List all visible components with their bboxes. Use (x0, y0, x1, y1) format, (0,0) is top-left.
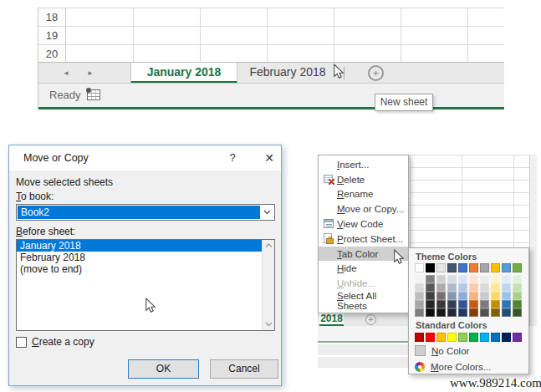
color-swatch[interactable] (458, 300, 467, 308)
color-swatch[interactable] (502, 263, 511, 272)
color-swatch[interactable] (513, 333, 522, 342)
color-swatch[interactable] (458, 263, 467, 272)
color-swatch[interactable] (469, 308, 478, 317)
color-swatch[interactable] (458, 292, 467, 300)
color-swatch[interactable] (426, 292, 435, 300)
color-swatch[interactable] (447, 275, 457, 283)
worksheet-grid[interactable] (67, 8, 504, 62)
color-swatch[interactable] (458, 283, 467, 292)
color-swatch[interactable] (436, 333, 446, 342)
color-swatch[interactable] (469, 263, 478, 272)
menu-item-protect-sheet[interactable]: Protect Sheet... (319, 232, 408, 247)
color-swatch[interactable] (491, 275, 500, 283)
color-swatch[interactable] (513, 308, 522, 317)
color-swatch[interactable] (469, 283, 478, 292)
color-swatch[interactable] (436, 308, 446, 317)
color-swatch[interactable] (415, 275, 424, 283)
color-swatch[interactable] (458, 275, 467, 283)
menu-item-select-all-sheets[interactable]: Select All Sheets (319, 291, 408, 311)
color-swatch[interactable] (491, 263, 500, 272)
color-swatch[interactable] (415, 292, 424, 300)
color-swatch[interactable] (436, 292, 446, 300)
list-item[interactable]: (move to end) (17, 263, 262, 275)
next-sheet-arrow-icon[interactable]: ► (84, 63, 96, 84)
color-swatch[interactable] (447, 292, 457, 300)
color-swatch[interactable] (469, 300, 478, 308)
to-book-combobox[interactable]: Book2 (16, 204, 275, 221)
color-swatch[interactable] (447, 283, 457, 292)
macro-record-icon[interactable] (87, 89, 100, 100)
color-swatch[interactable] (415, 263, 424, 272)
color-swatch[interactable] (491, 308, 500, 317)
color-swatch[interactable] (426, 333, 435, 342)
sheet-tab-january-2018[interactable]: January 2018 (130, 63, 237, 84)
color-swatch[interactable] (513, 283, 522, 292)
color-swatch[interactable] (491, 333, 500, 342)
color-swatch[interactable] (502, 283, 511, 292)
color-swatch[interactable] (415, 300, 424, 308)
color-swatch[interactable] (513, 263, 522, 272)
list-item[interactable]: February 2018 (17, 252, 262, 263)
menu-item-move-or-copy[interactable]: Move or Copy... (319, 201, 408, 216)
cancel-button[interactable]: Cancel (210, 359, 278, 379)
create-copy-checkbox[interactable] (16, 337, 27, 348)
color-swatch[interactable] (436, 283, 446, 292)
color-swatch[interactable] (480, 283, 489, 292)
color-swatch[interactable] (458, 308, 467, 317)
color-swatch[interactable] (480, 308, 489, 317)
color-swatch[interactable] (469, 292, 478, 300)
ok-button[interactable]: OK (128, 359, 199, 379)
row-header[interactable]: 20 (38, 45, 65, 64)
row-header[interactable]: 19 (38, 27, 65, 45)
color-swatch[interactable] (469, 333, 478, 342)
color-swatch[interactable] (502, 292, 511, 300)
color-swatch[interactable] (426, 263, 435, 272)
new-sheet-button[interactable]: + (368, 65, 384, 81)
color-swatch[interactable] (480, 275, 489, 283)
color-swatch[interactable] (491, 292, 500, 300)
list-item-selected[interactable]: January 2018 (17, 240, 262, 252)
combobox-dropdown-button[interactable] (260, 205, 274, 220)
color-swatch[interactable] (415, 333, 424, 342)
color-swatch[interactable] (469, 275, 478, 283)
color-swatch[interactable] (436, 300, 446, 308)
color-swatch[interactable] (458, 333, 467, 342)
color-swatch[interactable] (513, 300, 522, 308)
color-swatch[interactable] (480, 263, 489, 272)
more-colors-option[interactable]: More Colors... (409, 359, 528, 374)
color-swatch[interactable] (426, 275, 435, 283)
no-color-option[interactable]: No Color (409, 344, 528, 358)
color-swatch[interactable] (426, 283, 435, 292)
color-swatch[interactable] (491, 300, 500, 308)
background-sheet-tab[interactable]: 2018 (319, 313, 344, 326)
color-swatch[interactable] (415, 283, 424, 292)
color-swatch[interactable] (447, 333, 457, 342)
menu-item-tab-color[interactable]: Tab Color (319, 247, 408, 262)
menu-item-insert[interactable]: Insert... (319, 157, 408, 172)
help-button[interactable]: ? (223, 145, 242, 171)
color-swatch[interactable] (502, 308, 511, 317)
menu-item-rename[interactable]: Rename (319, 187, 408, 202)
color-swatch[interactable] (513, 275, 522, 283)
color-swatch[interactable] (436, 263, 446, 272)
color-swatch[interactable] (415, 308, 424, 317)
color-swatch[interactable] (480, 292, 489, 300)
list-scrollbar[interactable] (262, 240, 274, 330)
color-swatch[interactable] (480, 333, 489, 342)
color-swatch[interactable] (502, 333, 511, 342)
close-icon[interactable]: ✕ (260, 145, 278, 171)
color-swatch[interactable] (502, 300, 511, 308)
color-swatch[interactable] (447, 308, 457, 317)
prev-sheet-arrow-icon[interactable]: ◄ (60, 63, 72, 84)
color-swatch[interactable] (502, 275, 511, 283)
color-swatch[interactable] (480, 300, 489, 308)
color-swatch[interactable] (491, 283, 500, 292)
sheet-tab-february-2018[interactable]: February 2018 (237, 63, 338, 84)
row-header[interactable]: 18 (38, 8, 65, 27)
color-swatch[interactable] (436, 275, 446, 283)
color-swatch[interactable] (447, 263, 457, 272)
menu-item-delete[interactable]: Delete (319, 172, 408, 187)
color-swatch[interactable] (513, 292, 522, 300)
color-swatch[interactable] (426, 308, 435, 317)
scroll-up-icon[interactable] (263, 240, 275, 252)
